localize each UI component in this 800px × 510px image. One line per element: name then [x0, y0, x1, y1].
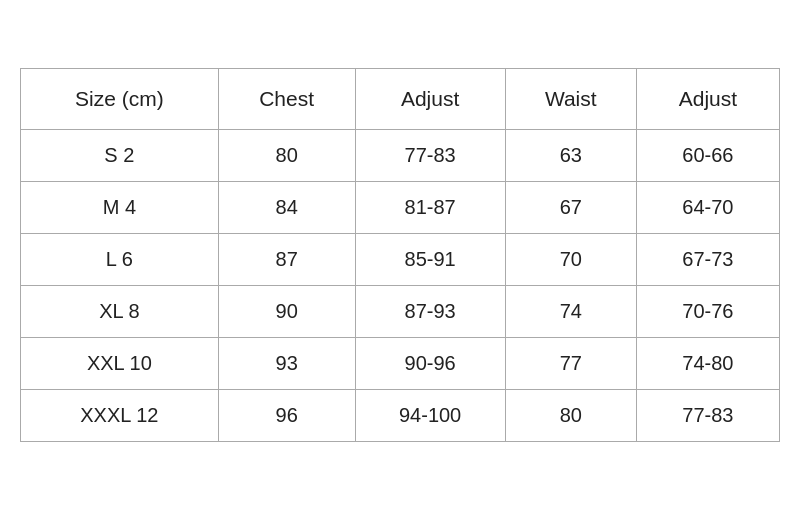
table-cell-3-1: 90 [218, 286, 355, 338]
column-header-3: Waist [505, 69, 636, 130]
table-cell-2-0: L 6 [21, 234, 219, 286]
table-cell-0-3: 63 [505, 130, 636, 182]
table-row: L 68785-917067-73 [21, 234, 780, 286]
table-cell-1-4: 64-70 [636, 182, 779, 234]
table-cell-4-0: XXL 10 [21, 338, 219, 390]
table-cell-0-0: S 2 [21, 130, 219, 182]
table-cell-5-2: 94-100 [355, 390, 505, 442]
table-cell-5-0: XXXL 12 [21, 390, 219, 442]
column-header-1: Chest [218, 69, 355, 130]
table-cell-2-3: 70 [505, 234, 636, 286]
column-header-0: Size (cm) [21, 69, 219, 130]
table-row: XL 89087-937470-76 [21, 286, 780, 338]
table-cell-5-4: 77-83 [636, 390, 779, 442]
table-cell-4-3: 77 [505, 338, 636, 390]
table-row: XXXL 129694-1008077-83 [21, 390, 780, 442]
table-cell-4-4: 74-80 [636, 338, 779, 390]
table-row: XXL 109390-967774-80 [21, 338, 780, 390]
table-cell-1-1: 84 [218, 182, 355, 234]
table-row: S 28077-836360-66 [21, 130, 780, 182]
column-header-4: Adjust [636, 69, 779, 130]
table-cell-2-1: 87 [218, 234, 355, 286]
table-cell-0-2: 77-83 [355, 130, 505, 182]
table-cell-0-4: 60-66 [636, 130, 779, 182]
table-cell-3-4: 70-76 [636, 286, 779, 338]
table-cell-5-3: 80 [505, 390, 636, 442]
table-cell-1-3: 67 [505, 182, 636, 234]
table-cell-3-2: 87-93 [355, 286, 505, 338]
column-header-2: Adjust [355, 69, 505, 130]
table-cell-4-2: 90-96 [355, 338, 505, 390]
table-cell-0-1: 80 [218, 130, 355, 182]
table-cell-2-4: 67-73 [636, 234, 779, 286]
size-chart: Size (cm)ChestAdjustWaistAdjust S 28077-… [20, 68, 780, 442]
table-cell-5-1: 96 [218, 390, 355, 442]
table-cell-1-2: 81-87 [355, 182, 505, 234]
table-row: M 48481-876764-70 [21, 182, 780, 234]
table-cell-3-0: XL 8 [21, 286, 219, 338]
table-cell-1-0: M 4 [21, 182, 219, 234]
table-cell-3-3: 74 [505, 286, 636, 338]
table-cell-2-2: 85-91 [355, 234, 505, 286]
size-table: Size (cm)ChestAdjustWaistAdjust S 28077-… [20, 68, 780, 442]
table-cell-4-1: 93 [218, 338, 355, 390]
